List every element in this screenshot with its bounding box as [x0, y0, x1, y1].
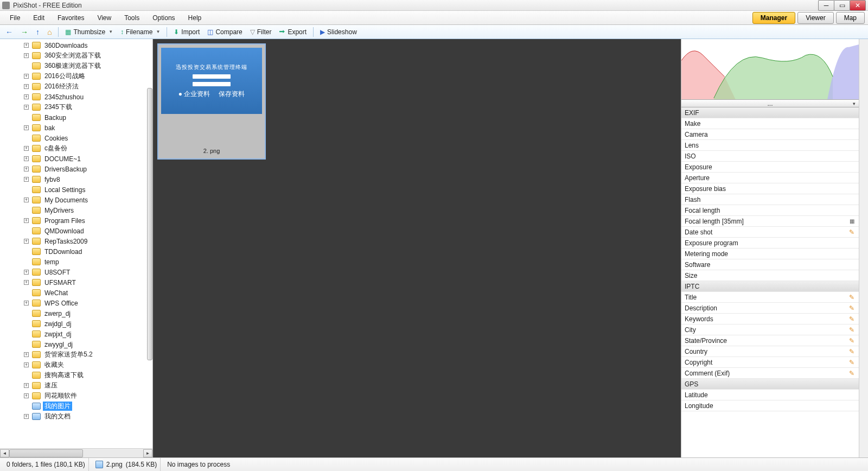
- tree-item[interactable]: TDDownload: [0, 246, 152, 257]
- tree-item[interactable]: +速压: [0, 380, 152, 391]
- tree-item[interactable]: zwerp_dj: [0, 308, 152, 319]
- slideshow-button[interactable]: ▶Slideshow: [317, 27, 360, 37]
- close-button[interactable]: ✕: [850, 0, 866, 11]
- tree-item[interactable]: Cookies: [0, 133, 152, 143]
- tree-item[interactable]: +UFSMART: [0, 277, 152, 288]
- edit-pencil-icon[interactable]: [847, 314, 857, 324]
- meta-row[interactable]: Date shot: [681, 227, 859, 238]
- expander-icon[interactable]: +: [24, 414, 29, 419]
- expander-icon[interactable]: +: [24, 280, 29, 285]
- tree-item[interactable]: +fybv8: [0, 174, 152, 184]
- minimize-button[interactable]: ─: [818, 0, 834, 11]
- meta-row[interactable]: State/Province: [681, 335, 859, 346]
- tree-item[interactable]: +WPS Office: [0, 298, 152, 308]
- tree-item[interactable]: +My Documents: [0, 195, 152, 205]
- tree-item[interactable]: +DOCUME~1: [0, 154, 152, 164]
- tree-item[interactable]: +2016公司战略: [0, 71, 152, 81]
- sidebar-scrollbar[interactable]: ◄►: [0, 448, 152, 457]
- edit-pencil-icon[interactable]: [847, 347, 857, 357]
- tree-item[interactable]: Backup: [0, 112, 152, 123]
- edit-pencil-icon[interactable]: [847, 336, 857, 346]
- histogram-dropdown[interactable]: ...: [681, 100, 859, 107]
- tree-item[interactable]: +bak: [0, 123, 152, 133]
- meta-row[interactable]: Comment (Exif): [681, 368, 859, 379]
- import-button[interactable]: ⬇Import: [170, 27, 203, 37]
- edit-pencil-icon[interactable]: [847, 303, 857, 313]
- edit-pencil-icon[interactable]: [847, 358, 857, 367]
- tree-item[interactable]: +同花顺软件: [0, 391, 152, 401]
- thumbnail-viewer[interactable]: 迅投投资交易系统管理终端 ● 企业资料保存资料 2. png: [153, 39, 681, 457]
- maximize-button[interactable]: ▭: [834, 0, 850, 11]
- meta-row[interactable]: Title: [681, 292, 859, 303]
- expander-icon[interactable]: +: [24, 43, 29, 48]
- tree-item[interactable]: +货管家送货单5.2: [0, 349, 152, 360]
- expander-icon[interactable]: +: [24, 301, 29, 305]
- tree-item[interactable]: +Program Files: [0, 215, 152, 226]
- expander-icon[interactable]: +: [24, 156, 29, 161]
- meta-row[interactable]: Copyright: [681, 357, 859, 368]
- tree-item[interactable]: 我的图片: [0, 401, 152, 411]
- expander-icon[interactable]: +: [24, 125, 29, 130]
- histogram[interactable]: [681, 39, 859, 100]
- folder-tree[interactable]: +360Downloads+360安全浏览器下载360极速浏览器下载+2016公…: [0, 39, 152, 448]
- expander-icon[interactable]: +: [24, 383, 29, 388]
- menu-favorites[interactable]: Favorites: [51, 12, 91, 24]
- menu-help[interactable]: Help: [182, 12, 208, 24]
- tree-item[interactable]: +RepTasks2009: [0, 236, 152, 246]
- export-button[interactable]: ⮕Export: [276, 27, 310, 37]
- edit-pencil-icon[interactable]: [847, 368, 857, 378]
- nav-up-button[interactable]: ↑: [33, 27, 43, 37]
- tree-item[interactable]: +U8SOFT: [0, 267, 152, 277]
- expander-icon[interactable]: +: [24, 270, 29, 275]
- menu-edit[interactable]: Edit: [27, 12, 51, 24]
- compare-button[interactable]: ◫Compare: [204, 27, 245, 37]
- expander-icon[interactable]: +: [24, 146, 29, 151]
- mode-tab-map[interactable]: Map: [836, 12, 865, 24]
- expander-icon[interactable]: +: [24, 362, 29, 367]
- filter-button[interactable]: ▽Filter: [247, 27, 275, 37]
- expander-icon[interactable]: +: [24, 218, 29, 223]
- tree-item[interactable]: MyDrivers: [0, 205, 152, 215]
- tree-item[interactable]: +360Downloads: [0, 40, 152, 50]
- thumbnail-item[interactable]: 迅投投资交易系统管理终端 ● 企业资料保存资料 2. png: [157, 43, 266, 160]
- calc-icon[interactable]: [847, 217, 857, 226]
- menu-file[interactable]: File: [3, 12, 27, 24]
- mode-tab-manager[interactable]: Manager: [752, 12, 795, 24]
- nav-back-button[interactable]: ←: [2, 27, 16, 37]
- meta-row[interactable]: City: [681, 324, 859, 335]
- expander-icon[interactable]: +: [24, 74, 29, 79]
- tree-item[interactable]: 搜狗高速下载: [0, 370, 152, 380]
- tree-item[interactable]: 360极速浏览器下载: [0, 61, 152, 71]
- meta-row[interactable]: Keywords: [681, 314, 859, 324]
- tree-item[interactable]: zwjdgl_dj: [0, 319, 152, 329]
- tree-item[interactable]: +360安全浏览器下载: [0, 50, 152, 61]
- expander-icon[interactable]: +: [24, 94, 29, 99]
- tree-item[interactable]: +c盘备份: [0, 143, 152, 154]
- tree-item[interactable]: +2016经济法: [0, 81, 152, 92]
- tree-item[interactable]: QMDownload: [0, 226, 152, 236]
- tree-item[interactable]: +2345下载: [0, 102, 152, 112]
- tree-item[interactable]: temp: [0, 257, 152, 267]
- tree-item[interactable]: zwpjxt_dj: [0, 329, 152, 339]
- meta-row[interactable]: Country: [681, 346, 859, 357]
- meta-row[interactable]: Description: [681, 303, 859, 314]
- menu-view[interactable]: View: [91, 12, 118, 24]
- expander-icon[interactable]: +: [24, 105, 29, 110]
- tree-item[interactable]: zwyygl_dj: [0, 339, 152, 349]
- expander-icon[interactable]: +: [24, 352, 29, 357]
- expander-icon[interactable]: +: [24, 239, 29, 244]
- tree-item[interactable]: +我的文档: [0, 411, 152, 422]
- tree-item[interactable]: Local Settings: [0, 184, 152, 195]
- expander-icon[interactable]: +: [24, 198, 29, 202]
- thumbsize-dropdown[interactable]: ▦Thumbsize▼: [62, 27, 116, 37]
- tree-item[interactable]: +收藏夹: [0, 360, 152, 370]
- menu-options[interactable]: Options: [146, 12, 181, 24]
- expander-icon[interactable]: +: [24, 167, 29, 171]
- tree-item[interactable]: +2345zhushou: [0, 92, 152, 102]
- tree-item[interactable]: WeChat: [0, 288, 152, 298]
- nav-home-button[interactable]: ⌂: [44, 27, 55, 37]
- right-scrollbar[interactable]: [859, 39, 868, 457]
- edit-pencil-icon[interactable]: [847, 227, 857, 237]
- menu-tools[interactable]: Tools: [118, 12, 146, 24]
- edit-pencil-icon[interactable]: [847, 325, 857, 335]
